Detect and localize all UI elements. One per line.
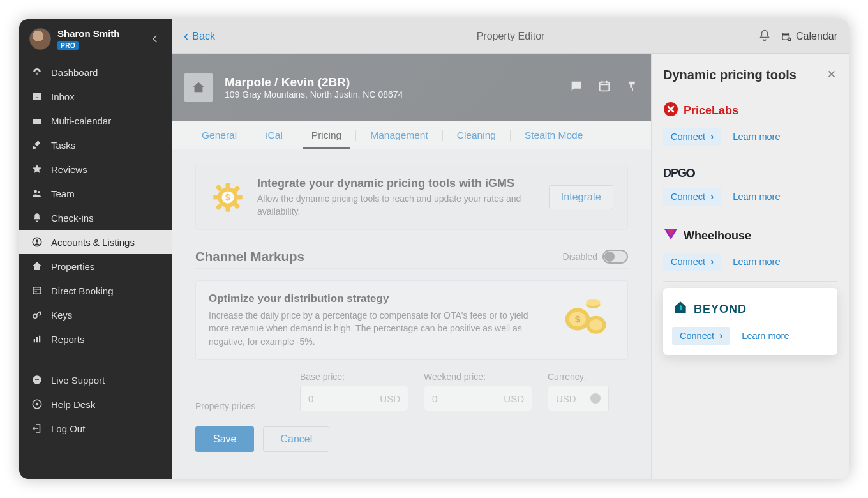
- window-icon: [31, 285, 43, 296]
- calendar-button-header[interactable]: [597, 79, 611, 96]
- sidebar-item-label: Multi-calendar: [51, 116, 111, 126]
- tab-cleaning[interactable]: Cleaning: [443, 121, 510, 149]
- sidebar-item-label: Check-ins: [51, 213, 94, 223]
- sidebar: Sharon Smith PRO Dashboard Inbox Multi-c…: [19, 19, 172, 479]
- sidebar-item-help-desk[interactable]: Help Desk: [19, 392, 172, 416]
- svg-rect-19: [226, 206, 230, 212]
- sidebar-item-keys[interactable]: Keys: [19, 303, 172, 327]
- key-icon: [31, 309, 43, 321]
- sidebar-item-logout[interactable]: Log Out: [19, 416, 172, 441]
- home-icon: [31, 260, 43, 272]
- tab-management[interactable]: Management: [356, 121, 442, 149]
- learn-more-link-dpgo[interactable]: Learn more: [733, 192, 780, 202]
- svg-text:$: $: [225, 192, 230, 202]
- integrate-subtitle: Allow the dynamic pricing tools to reach…: [257, 193, 525, 218]
- cancel-button[interactable]: Cancel: [263, 426, 329, 452]
- sidebar-item-dashboard[interactable]: Dashboard: [19, 60, 172, 84]
- beyond-logo-icon: [672, 299, 689, 319]
- tab-label: Cleaning: [457, 130, 496, 141]
- toggle-label: Disabled: [563, 252, 597, 262]
- users-icon: [31, 188, 43, 199]
- learn-more-link-pricelabs[interactable]: Learn more: [733, 132, 780, 142]
- svg-point-3: [38, 191, 40, 193]
- bell-icon: [31, 212, 43, 223]
- svg-rect-20: [213, 195, 219, 200]
- sidebar-item-label: Reviews: [51, 164, 87, 175]
- messages-button[interactable]: [569, 79, 583, 96]
- life-ring-icon: [31, 398, 43, 410]
- connect-button-wheelhouse[interactable]: Connect: [663, 253, 721, 271]
- sidebar-item-multicalendar[interactable]: Multi-calendar: [19, 109, 172, 133]
- svg-rect-9: [36, 337, 38, 342]
- tool-pricelabs: PriceLabs Connect Learn more: [663, 91, 837, 156]
- sidebar-item-label: Accounts & Listings: [51, 237, 135, 248]
- strategy-card: Optimize your distribution strategy Incr…: [195, 280, 628, 360]
- integrate-card: $ Integrate your dynamic pricing tools w…: [195, 165, 628, 230]
- svg-rect-16: [600, 82, 610, 91]
- currency-select[interactable]: USD: [548, 386, 609, 411]
- connect-button-beyond[interactable]: Connect: [672, 327, 730, 345]
- tab-label: Stealth Mode: [525, 130, 583, 141]
- tool-wheelhouse: Wheelhouse Connect Learn more: [663, 216, 837, 282]
- connect-button-dpgo[interactable]: Connect: [663, 188, 721, 206]
- broom-icon: [31, 139, 43, 151]
- sidebar-item-label: Direct Booking: [51, 285, 114, 296]
- tab-ical[interactable]: iCal: [251, 121, 297, 149]
- svg-point-2: [34, 190, 38, 193]
- strategy-text: Increase the daily price by a percentage…: [209, 309, 541, 348]
- sidebar-item-checkins[interactable]: Check-ins: [19, 206, 172, 230]
- coins-icon: $: [557, 292, 615, 337]
- tab-label: Management: [370, 130, 428, 141]
- svg-rect-10: [39, 336, 40, 343]
- tab-pricing[interactable]: Pricing: [297, 121, 355, 149]
- notification-bell-button[interactable]: [758, 28, 772, 45]
- chevron-right-icon: [710, 192, 714, 202]
- bell-icon: [758, 28, 772, 42]
- integrate-title: Integrate your dynamic pricing tools wit…: [257, 177, 525, 190]
- sidebar-collapse-button[interactable]: [148, 32, 162, 46]
- strategy-title: Optimize your distribution strategy: [209, 292, 541, 305]
- sidebar-item-accounts-listings[interactable]: Accounts & Listings: [19, 230, 172, 254]
- chevron-right-icon: [710, 257, 714, 267]
- sidebar-item-team[interactable]: Team: [19, 181, 172, 206]
- tool-name: DPG: [663, 167, 695, 180]
- tab-stealth-mode[interactable]: Stealth Mode: [511, 121, 597, 149]
- sidebar-item-properties[interactable]: Properties: [19, 254, 172, 278]
- sidebar-item-label: Team: [51, 188, 75, 199]
- tool-name: BEYOND: [694, 303, 747, 316]
- close-panel-button[interactable]: [826, 68, 837, 82]
- center-pane: Marpole / Kevin (2BR) 109 Gray Mountains…: [172, 54, 651, 479]
- connect-button-pricelabs[interactable]: Connect: [663, 128, 721, 146]
- chat-icon: [31, 374, 43, 386]
- channel-markups-toggle[interactable]: [602, 250, 628, 264]
- sidebar-item-reports[interactable]: Reports: [19, 327, 172, 351]
- integrate-button[interactable]: Integrate: [549, 185, 613, 209]
- user-circle-icon: [31, 236, 43, 248]
- sidebar-item-live-support[interactable]: Live Support: [19, 368, 172, 392]
- learn-more-link-beyond[interactable]: Learn more: [742, 331, 789, 341]
- base-price-input[interactable]: 0 USD: [300, 386, 408, 411]
- calendar-icon: [31, 115, 43, 126]
- back-label: Back: [192, 31, 215, 42]
- sidebar-item-inbox[interactable]: Inbox: [19, 84, 172, 109]
- paint-button[interactable]: [625, 79, 640, 96]
- sidebar-item-reviews[interactable]: Reviews: [19, 157, 172, 181]
- calendar-button[interactable]: Calendar: [781, 31, 837, 42]
- save-button[interactable]: Save: [195, 426, 254, 452]
- property-header: Marpole / Kevin (2BR) 109 Gray Mountains…: [172, 54, 651, 121]
- wheelhouse-logo-icon: [663, 227, 678, 245]
- weekend-price-input[interactable]: 0 USD: [424, 386, 532, 411]
- svg-point-32: [589, 319, 602, 331]
- learn-more-link-wheelhouse[interactable]: Learn more: [733, 257, 780, 267]
- signout-icon: [31, 423, 43, 434]
- sidebar-user[interactable]: Sharon Smith PRO: [19, 19, 172, 56]
- inbox-icon: [31, 91, 43, 102]
- sidebar-item-direct-booking[interactable]: Direct Booking: [19, 278, 172, 303]
- channel-markups-header: Channel Markups Disabled: [195, 249, 628, 269]
- svg-rect-1: [33, 117, 41, 119]
- tab-general[interactable]: General: [188, 121, 251, 149]
- sidebar-item-tasks[interactable]: Tasks: [19, 133, 172, 157]
- back-button[interactable]: Back: [184, 29, 215, 43]
- sidebar-item-label: Dashboard: [51, 67, 98, 78]
- main-column: Back Property Editor Calendar: [172, 19, 849, 479]
